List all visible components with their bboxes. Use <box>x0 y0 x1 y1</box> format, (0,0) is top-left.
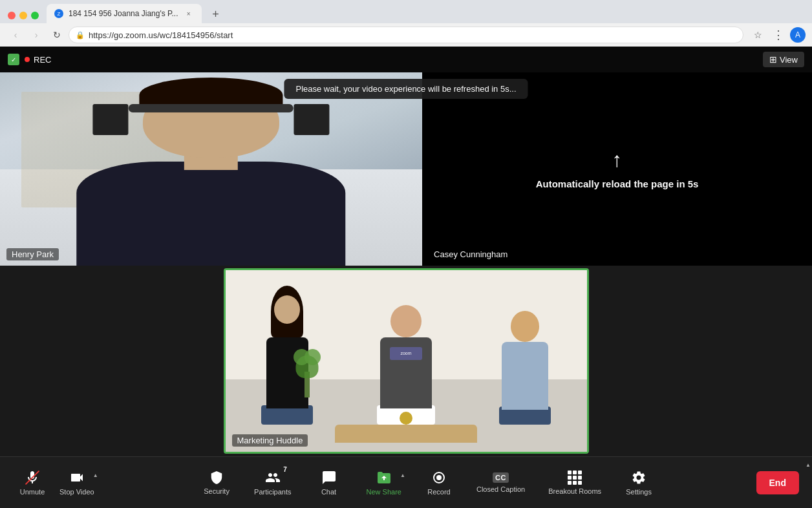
end-button[interactable]: End <box>756 471 799 494</box>
more-button[interactable]: ⋮ <box>769 26 787 44</box>
browser-chrome: Z 184 154 956 Joanna Jiang's P... × + ‹ … <box>0 0 812 47</box>
zoom-topbar: ✓ REC ⊞ View <box>0 47 812 72</box>
toolbar-right: End <box>756 471 799 494</box>
tab-favicon: Z <box>54 9 63 18</box>
traffic-lights <box>5 12 44 23</box>
toast-message: Please wait, your video experience will … <box>295 84 516 94</box>
tool-caret-unmute: ▲ <box>806 462 811 468</box>
henry-name-label: Henry Park <box>6 248 59 260</box>
stop-video-label: Stop Video <box>59 488 94 496</box>
nav-bar: ‹ › ↻ 🔒 https://go.zoom.us/wc/184154956/… <box>0 23 812 47</box>
toolbar-left: ▲ Unmute ▲ Stop Video <box>13 467 100 498</box>
forward-button[interactable]: › <box>27 26 45 44</box>
refresh-toast: Please wait, your video experience will … <box>284 79 528 99</box>
view-label: View <box>780 55 798 65</box>
group-name-label: Marketing Huddle <box>232 434 308 447</box>
tab-bar: Z 184 154 956 Joanna Jiang's P... × + <box>0 0 812 23</box>
tab-close-button[interactable]: × <box>184 8 194 19</box>
chat-icon <box>321 470 337 485</box>
person2-seat: zoom <box>377 305 435 425</box>
new-tab-button[interactable]: + <box>207 5 225 23</box>
traffic-light-green[interactable] <box>31 12 39 19</box>
back-button[interactable]: ‹ <box>6 26 25 44</box>
unmute-icon <box>25 470 40 485</box>
tool-caret-share: ▲ <box>400 472 405 478</box>
breakout-rooms-label: Breakout Rooms <box>548 487 601 495</box>
chat-label: Chat <box>321 488 336 496</box>
reload-button[interactable]: ↻ <box>48 26 66 44</box>
stop-video-button[interactable]: ▲ Stop Video <box>54 467 100 498</box>
rec-dot <box>25 57 30 62</box>
chat-button[interactable]: Chat <box>310 467 348 498</box>
settings-label: Settings <box>626 488 652 496</box>
video-bottom-row: zoom <box>0 266 812 456</box>
topbar-left: ✓ REC <box>8 54 51 65</box>
plant-decoration <box>304 372 310 397</box>
rec-label: REC <box>34 55 51 65</box>
henry-video-cell: Henry Park <box>0 72 422 266</box>
up-arrow-icon: ↑ <box>536 148 699 172</box>
breakout-rooms-button[interactable]: Breakout Rooms <box>543 468 606 498</box>
closed-caption-button[interactable]: CC Closed Caption <box>471 470 530 496</box>
henry-video-bg <box>0 72 422 266</box>
zoom-toolbar: ▲ Unmute ▲ Stop Video <box>0 456 812 508</box>
security-icon <box>209 471 224 485</box>
traffic-light-yellow[interactable] <box>19 12 27 19</box>
traffic-light-red[interactable] <box>8 12 16 19</box>
new-tab-icon: + <box>212 8 219 21</box>
settings-button[interactable]: Settings <box>619 467 658 498</box>
view-button[interactable]: ⊞ View <box>763 52 804 67</box>
record-label: Record <box>427 488 450 496</box>
nav-right: ☆ ⋮ A <box>749 26 806 44</box>
casey-reload-message: ↑ Automatically reload the page in 5s <box>536 148 699 190</box>
tool-caret-video: ▲ <box>93 472 98 478</box>
casey-video-cell: ↑ Automatically reload the page in 5s Ca… <box>422 72 812 266</box>
coffee-table <box>335 425 477 443</box>
bookmark-button[interactable]: ☆ <box>749 26 767 44</box>
active-tab[interactable]: Z 184 154 956 Joanna Jiang's P... × <box>47 4 202 23</box>
unmute-button[interactable]: ▲ Unmute <box>13 467 52 498</box>
video-top-row: Henry Park ↑ Automatically reload the pa… <box>0 72 812 266</box>
record-button[interactable]: Record <box>420 467 458 498</box>
stop-video-icon <box>69 470 85 485</box>
video-area: Henry Park ↑ Automatically reload the pa… <box>0 47 812 508</box>
new-share-icon <box>376 470 392 485</box>
view-grid-icon: ⊞ <box>769 54 777 65</box>
unmute-label: Unmute <box>20 488 45 496</box>
closed-caption-icon: CC <box>493 472 509 483</box>
security-button[interactable]: Security <box>197 468 236 498</box>
shield-icon: ✓ <box>8 54 19 65</box>
toolbar-center: Security 7 Participants <box>197 467 658 498</box>
zoom-container: ✓ REC ⊞ View Please wait, your video exp… <box>0 47 812 508</box>
group-video-bg: zoom <box>226 270 587 452</box>
participants-icon: 7 <box>265 470 281 485</box>
security-label: Security <box>204 487 230 495</box>
reload-text: Automatically reload the page in 5s <box>536 178 699 189</box>
address-bar[interactable]: 🔒 https://go.zoom.us/wc/184154956/start <box>69 26 743 43</box>
new-share-label: New Share <box>367 488 401 496</box>
record-icon <box>431 470 447 485</box>
url-text: https://go.zoom.us/wc/184154956/start <box>89 30 736 40</box>
henry-silhouette <box>32 92 390 266</box>
casey-name-label: Casey Cunningham <box>429 248 513 260</box>
svg-point-1 <box>436 475 442 480</box>
new-share-button[interactable]: ▲ New Share <box>361 467 407 498</box>
end-label: End <box>769 478 786 488</box>
breakout-rooms-icon <box>568 471 582 485</box>
participants-count: 7 <box>283 466 287 473</box>
person3-seat <box>499 311 551 425</box>
profile-button[interactable]: A <box>790 27 806 43</box>
closed-caption-label: Closed Caption <box>476 485 525 493</box>
group-video-cell: zoom <box>224 268 589 454</box>
participants-label: Participants <box>254 488 291 496</box>
settings-icon <box>631 470 646 485</box>
rec-indicator: REC <box>25 55 51 65</box>
lock-icon: 🔒 <box>76 31 85 39</box>
participants-button[interactable]: 7 Participants <box>249 467 296 498</box>
tab-title: 184 154 956 Joanna Jiang's P... <box>69 9 178 18</box>
